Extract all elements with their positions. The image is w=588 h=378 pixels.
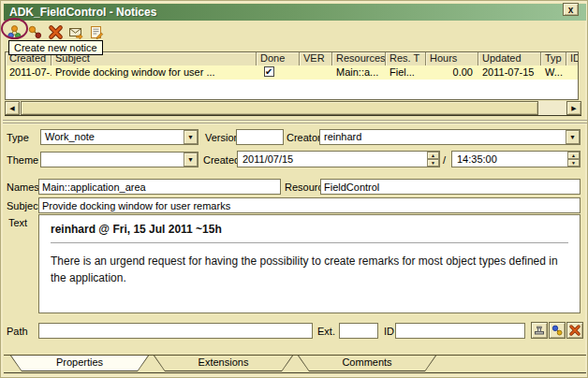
- tab-extensions[interactable]: Extensions: [154, 356, 293, 371]
- text-heading: reinhard @ Fri, 15 Jul 2011 ~15h: [51, 223, 568, 236]
- spin-down-button[interactable]: ▼: [567, 159, 580, 167]
- theme-dropdown-button[interactable]: ▼: [184, 153, 198, 167]
- attach-button[interactable]: [531, 322, 548, 339]
- remove-path-button[interactable]: [566, 322, 583, 339]
- tooltip: Create new notice: [8, 40, 103, 55]
- scroll-right-button[interactable]: ▶: [566, 101, 581, 115]
- cell-typ: W...: [541, 65, 566, 80]
- id-input[interactable]: [395, 323, 525, 339]
- tab-comments[interactable]: Comments: [298, 356, 436, 371]
- link-balls-icon: [551, 324, 564, 337]
- cell-created: 2011-07-...: [6, 65, 51, 80]
- edit-form-icon: [89, 24, 106, 40]
- creator-select[interactable]: reinhard ▼: [319, 129, 581, 145]
- col-hours[interactable]: Hours: [426, 52, 478, 65]
- col-id[interactable]: ID: [566, 52, 579, 65]
- date-time-separator: /: [443, 154, 446, 166]
- cell-updated: 2011-07-15: [478, 65, 541, 80]
- tab-extensions-label: Extensions: [154, 356, 293, 368]
- cell-hours: 0.00: [426, 65, 478, 80]
- type-dropdown-button[interactable]: ▼: [184, 130, 198, 144]
- chevron-up-icon: ▲: [571, 153, 576, 158]
- names-label: Names: [7, 182, 39, 193]
- chevron-down-icon: ▼: [431, 160, 435, 166]
- created-time-spinner[interactable]: 14:35:00 ▲ ▼: [451, 151, 581, 167]
- version-label: Version: [205, 132, 240, 143]
- col-typ[interactable]: Typ: [541, 52, 566, 65]
- text-divider: [51, 242, 568, 243]
- tab-properties-label: Properties: [10, 356, 149, 368]
- cell-res-t: Fiel...: [386, 65, 426, 80]
- delete-icon: [48, 24, 65, 40]
- title-bar[interactable]: ADK_FieldControl - Notices: [4, 4, 586, 21]
- spin-up-button[interactable]: ▲: [567, 152, 580, 159]
- theme-select[interactable]: ▼: [40, 152, 198, 167]
- cell-done: ✔: [257, 65, 300, 80]
- subject-input[interactable]: [38, 197, 581, 213]
- ext-label: Ext.: [317, 326, 335, 337]
- spin-up-button[interactable]: ▲: [427, 152, 439, 159]
- time-spin-buttons: ▲ ▼: [567, 152, 580, 167]
- ext-input[interactable]: [339, 323, 378, 339]
- chevron-up-icon: ▲: [431, 153, 435, 158]
- creator-dropdown-button[interactable]: ▼: [566, 130, 580, 144]
- creator-label: Creator: [287, 132, 321, 143]
- window-bottom-line: [4, 372, 586, 373]
- path-input[interactable]: [38, 323, 313, 339]
- creator-value: reinhard: [324, 131, 361, 142]
- link-notice-button[interactable]: [27, 23, 44, 40]
- cell-resources: Main::a...: [332, 65, 386, 80]
- created-date-spinner[interactable]: 2011/07/15 ▲ ▼: [237, 151, 440, 167]
- text-editor[interactable]: reinhard @ Fri, 15 Jul 2011 ~15h There i…: [38, 214, 581, 313]
- col-updated[interactable]: Updated: [478, 52, 541, 65]
- splitter-highlight-2: [3, 124, 587, 124]
- send-notice-button[interactable]: [68, 23, 85, 40]
- version-input[interactable]: [236, 129, 284, 145]
- names-input[interactable]: [38, 179, 281, 195]
- created-date-value: 2011/07/15: [243, 153, 293, 165]
- edit-notice-button[interactable]: [89, 23, 106, 40]
- delete-notice-button[interactable]: [48, 23, 65, 40]
- window-title: ADK_FieldControl - Notices: [9, 6, 156, 19]
- type-value: Work_note: [45, 131, 95, 142]
- subject-label: Subject: [7, 200, 41, 211]
- close-icon: x: [568, 5, 574, 15]
- annotation-circle: [1, 18, 28, 39]
- done-checkbox[interactable]: ✔: [264, 66, 274, 77]
- table-hscrollbar[interactable]: ◀ ▶: [5, 101, 581, 116]
- text-label: Text: [8, 217, 27, 228]
- scrollbar-thumb[interactable]: [21, 101, 538, 115]
- scroll-left-button[interactable]: ◀: [5, 101, 20, 115]
- col-resources[interactable]: Resources: [332, 52, 386, 65]
- delete-icon: [568, 324, 581, 337]
- close-button[interactable]: x: [563, 3, 579, 16]
- check-icon: ✔: [265, 65, 272, 79]
- link-notice-small-button[interactable]: [549, 322, 566, 339]
- type-label: Type: [7, 132, 29, 143]
- col-done[interactable]: Done: [257, 52, 300, 65]
- theme-label: Theme: [7, 154, 38, 166]
- stamp-icon: [533, 324, 546, 337]
- scroll-left-icon: ◀: [9, 105, 14, 111]
- tab-comments-label: Comments: [298, 356, 436, 368]
- created-time-value: 14:35:00: [457, 153, 497, 165]
- chevron-down-icon: ▼: [569, 134, 576, 140]
- cell-ver: [300, 65, 332, 80]
- link-notice-icon: [27, 24, 44, 40]
- notices-table: Created Subject Done VER Resources Res. …: [5, 51, 579, 100]
- scroll-right-icon: ▶: [571, 105, 576, 111]
- tab-properties[interactable]: Properties: [10, 356, 149, 371]
- path-label: Path: [7, 326, 28, 337]
- text-body: There is an urgend request for having th…: [51, 253, 568, 286]
- send-mail-icon: [68, 24, 85, 40]
- table-row[interactable]: 2011-07-... Provide docking window for u…: [6, 65, 578, 80]
- resource-input[interactable]: [320, 179, 581, 195]
- col-ver[interactable]: VER: [300, 52, 332, 65]
- col-res-t[interactable]: Res. T: [386, 52, 426, 65]
- id-label: ID: [384, 326, 394, 337]
- type-select[interactable]: Work_note ▼: [40, 129, 198, 145]
- chevron-down-icon: ▼: [187, 134, 194, 140]
- chevron-down-icon: ▼: [187, 156, 194, 163]
- cell-subject: Provide docking window for user ...: [51, 65, 257, 80]
- spin-down-button[interactable]: ▼: [427, 159, 439, 167]
